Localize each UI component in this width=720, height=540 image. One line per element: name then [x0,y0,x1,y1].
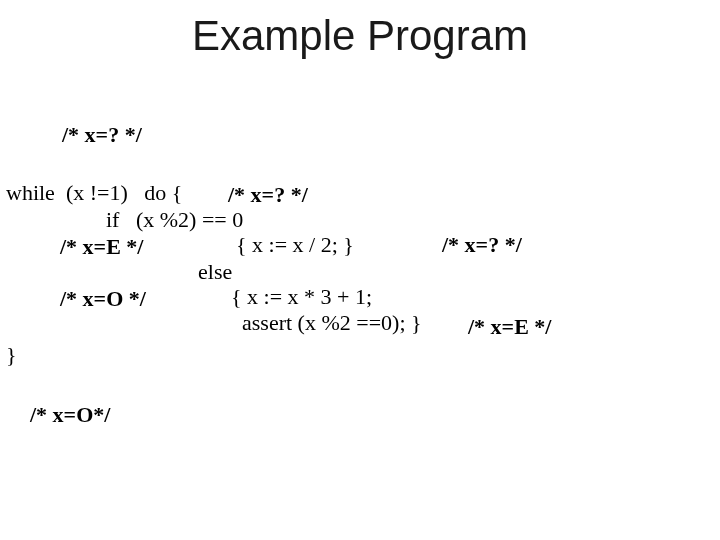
comment-after-then: /* x=? */ [442,232,522,258]
slide-title: Example Program [0,12,720,60]
else-body-line1: { x := x * 3 + 1; [231,284,372,310]
comment-precondition: /* x=? */ [62,122,142,148]
comment-after-else: /* x=E */ [468,314,551,340]
else-keyword: else [198,259,232,285]
while-header: while (x !=1) do { [6,180,182,206]
comment-even: /* x=E */ [60,234,143,260]
comment-odd: /* x=O */ [60,286,146,312]
then-body: { x := x / 2; } [236,232,354,258]
comment-postcondition: /* x=O*/ [30,402,110,428]
slide: Example Program /* x=? */ while (x !=1) … [0,0,720,540]
close-brace: } [6,342,17,368]
comment-loop-top: /* x=? */ [228,182,308,208]
if-header: if (x %2) == 0 [106,207,243,233]
else-body-line2: assert (x %2 ==0); } [231,310,422,336]
